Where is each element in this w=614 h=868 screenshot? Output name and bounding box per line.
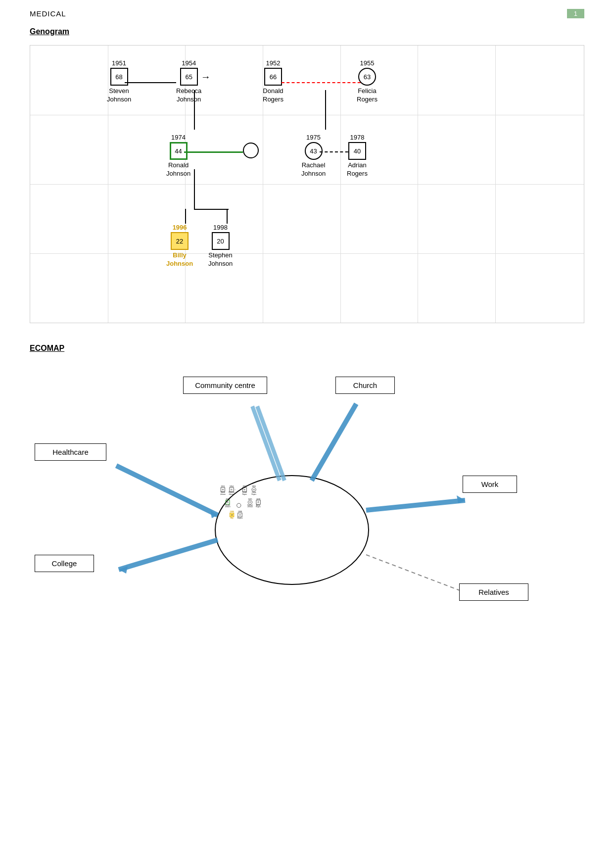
person-stephen: 1998 20 StephenJohnson [208, 224, 233, 268]
person-donald: 1952 66 DonaldRogers [263, 59, 283, 104]
person-felicia: 1955 63 FeliciaRogers [357, 59, 378, 104]
person-rebecca: 1954 65 → RebeccaJohnson [176, 59, 201, 104]
person-adrian: 1978 40 AdrianRogers [347, 134, 368, 178]
conn-h-gen3 [194, 209, 229, 210]
eco-relatives: Relatives [459, 583, 528, 601]
mini-genogram: 1951 68 StevenJohnson 1954 65→ RebeccaJo… [220, 485, 340, 519]
connector-steven-rebecca [125, 82, 176, 83]
conn-v-rebeca-down [194, 90, 195, 130]
ecomap-heading: ECOMAP [0, 335, 614, 353]
connector-donald-felicia-dashed [282, 82, 366, 83]
person-ronald: 1974 44 RonaldJohnson [166, 134, 190, 178]
svg-line-10 [366, 555, 470, 594]
eco-church: Church [335, 377, 395, 394]
svg-line-2 [257, 406, 284, 481]
conn-ronald-partner [184, 151, 243, 153]
svg-line-1 [252, 406, 280, 481]
eco-work: Work [463, 476, 517, 493]
eco-community-centre: Community centre [183, 377, 267, 394]
svg-line-6 [366, 500, 465, 510]
person-billy: 1996 22 BillyJohnson [166, 224, 193, 268]
page-number: 1 [567, 9, 584, 18]
svg-line-4 [116, 466, 218, 515]
eco-healthcare: Healthcare [35, 443, 106, 461]
document-title: MEDICAL [30, 9, 66, 18]
ecomap-diagram: Community centre Church Healthcare Work … [30, 362, 584, 649]
svg-line-3 [312, 404, 356, 481]
conn-v-to-stephen [227, 209, 228, 224]
eco-college: College [35, 555, 94, 572]
genogram-heading: Genogram [0, 18, 614, 36]
svg-line-8 [119, 540, 218, 570]
conn-v-ronald-down [194, 169, 195, 209]
genogram-grid: 1951 68 StevenJohnson 1954 65 → RebeccaJ… [30, 46, 584, 323]
person-rachael: 1975 43 RachaelJohnson [301, 134, 326, 178]
person-partner-circle [243, 143, 259, 158]
conn-v-donald-down [325, 90, 326, 130]
page-header: MEDICAL 1 [0, 0, 614, 18]
person-steven: 1951 68 StevenJohnson [107, 59, 131, 104]
genogram-diagram: 1951 68 StevenJohnson 1954 65 → RebeccaJ… [30, 45, 584, 323]
conn-v-to-billy [185, 209, 186, 224]
